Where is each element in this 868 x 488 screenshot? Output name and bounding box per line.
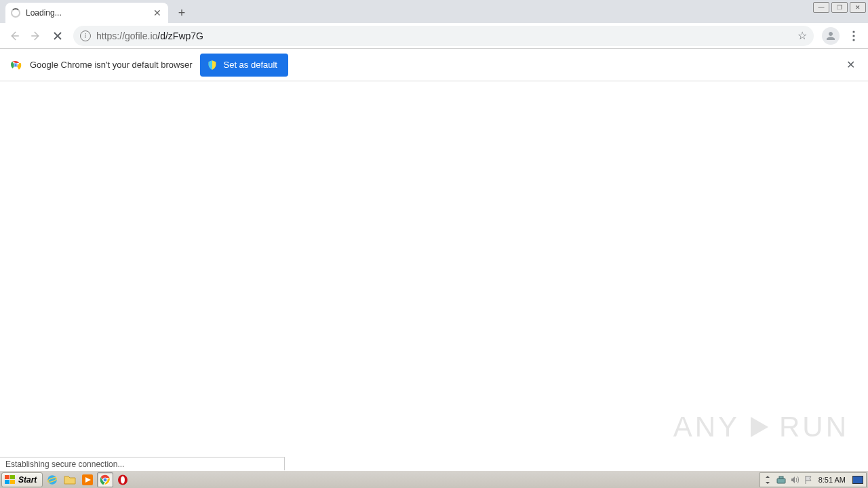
taskbar-chrome-icon[interactable] xyxy=(97,472,113,487)
bookmark-star-icon[interactable]: ☆ xyxy=(797,29,807,42)
svg-rect-9 xyxy=(10,480,15,484)
tray-expand-icon[interactable] xyxy=(763,475,772,485)
url-origin: https://gofile.io xyxy=(96,30,157,41)
tray-volume-icon[interactable] xyxy=(790,475,800,485)
shield-icon xyxy=(207,60,218,70)
tab-strip: Loading... ✕ + xyxy=(0,0,191,23)
chrome-logo-icon xyxy=(9,59,22,71)
back-button[interactable] xyxy=(4,26,24,46)
svg-point-17 xyxy=(121,476,125,483)
start-label: Start xyxy=(18,475,37,485)
folder-icon xyxy=(64,474,76,485)
minimize-button[interactable]: — xyxy=(813,2,829,13)
tray-monitor-icon[interactable] xyxy=(852,476,863,484)
tab-title: Loading... xyxy=(26,8,146,18)
browser-window: Loading... ✕ + — ❐ ✕ i https://gofile.io… xyxy=(0,0,868,488)
tab-close-button[interactable]: ✕ xyxy=(152,7,163,18)
forward-button[interactable] xyxy=(26,26,46,46)
browser-menu-button[interactable] xyxy=(844,26,864,46)
set-default-label: Set as default xyxy=(223,60,277,70)
status-bar: Establishing secure connection... xyxy=(0,457,285,470)
svg-point-2 xyxy=(852,39,854,41)
default-browser-infobar: Google Chrome isn't your default browser… xyxy=(0,49,868,81)
windows-flag-icon xyxy=(5,475,16,485)
arrow-left-icon xyxy=(8,30,20,42)
address-bar[interactable]: i https://gofile.io/d/zFwp7G ☆ xyxy=(73,26,814,46)
window-controls: — ❐ ✕ xyxy=(813,2,866,13)
tray-device-icon[interactable] xyxy=(776,475,786,485)
svg-rect-18 xyxy=(777,479,785,483)
stop-reload-button[interactable] xyxy=(47,26,68,46)
windows-taskbar: Start xyxy=(0,470,868,488)
loading-spinner-icon xyxy=(11,8,20,18)
start-button[interactable]: Start xyxy=(1,472,43,487)
chrome-icon xyxy=(100,474,111,485)
url-path: /d/zFwp7G xyxy=(157,30,203,41)
browser-tab[interactable]: Loading... ✕ xyxy=(5,3,168,23)
svg-rect-8 xyxy=(5,480,9,484)
taskbar-media-icon[interactable] xyxy=(79,472,96,487)
opera-icon xyxy=(117,474,128,485)
taskbar-ie-icon[interactable] xyxy=(44,472,60,487)
site-info-icon[interactable]: i xyxy=(80,30,91,41)
media-player-icon xyxy=(82,474,93,485)
system-tray: 8:51 AM xyxy=(760,472,867,487)
svg-rect-19 xyxy=(779,476,783,479)
status-text: Establishing secure connection... xyxy=(5,460,124,469)
title-bar: Loading... ✕ + — ❐ ✕ xyxy=(0,0,868,23)
browser-toolbar: i https://gofile.io/d/zFwp7G ☆ xyxy=(0,23,868,49)
infobar-message: Google Chrome isn't your default browser xyxy=(30,60,192,70)
play-icon xyxy=(745,413,774,441)
close-icon xyxy=(53,31,62,41)
taskbar-explorer-icon[interactable] xyxy=(62,472,78,487)
person-icon xyxy=(825,30,837,42)
infobar-close-button[interactable]: ✕ xyxy=(842,57,859,73)
svg-point-1 xyxy=(852,35,854,37)
set-as-default-button[interactable]: Set as default xyxy=(200,54,288,77)
internet-explorer-icon xyxy=(46,474,58,486)
tray-flag-icon[interactable] xyxy=(804,475,813,485)
watermark-left: ANY xyxy=(673,411,740,443)
svg-point-0 xyxy=(852,30,854,33)
anyrun-watermark: ANY RUN xyxy=(673,411,849,443)
svg-rect-7 xyxy=(10,475,15,479)
svg-rect-6 xyxy=(5,475,9,479)
close-window-button[interactable]: ✕ xyxy=(850,2,866,13)
arrow-right-icon xyxy=(30,30,42,42)
taskbar-clock[interactable]: 8:51 AM xyxy=(817,476,847,484)
url-text: https://gofile.io/d/zFwp7G xyxy=(96,30,792,41)
new-tab-button[interactable]: + xyxy=(172,3,191,22)
page-content: ANY RUN Establishing secure connection..… xyxy=(0,81,868,470)
profile-avatar-button[interactable] xyxy=(822,27,840,45)
watermark-right: RUN xyxy=(779,411,849,443)
dots-vertical-icon xyxy=(852,30,855,41)
maximize-button[interactable]: ❐ xyxy=(831,2,848,13)
taskbar-opera-icon[interactable] xyxy=(115,472,131,487)
